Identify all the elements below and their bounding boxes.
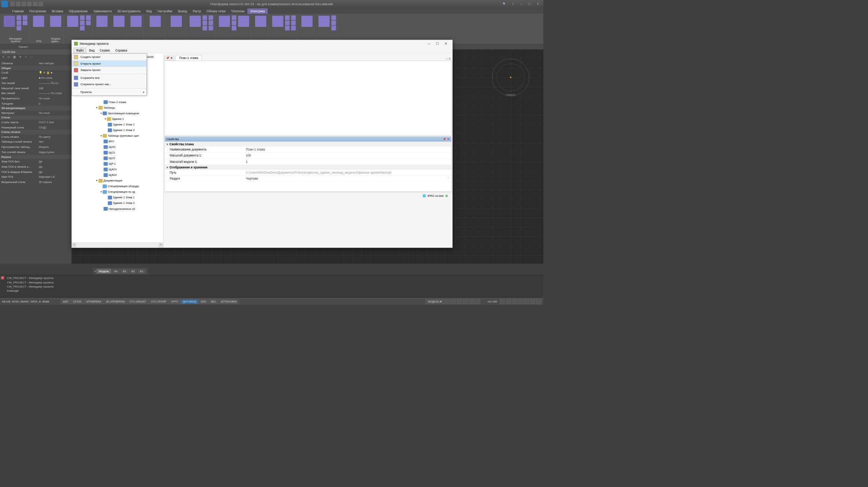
project-tree[interactable]: План 2 этажа ▾Таблицы ▾Экспликация помещ… — [72, 99, 163, 243]
sb-zoom-icon[interactable] — [506, 299, 511, 304]
sb-iso[interactable]: ИЗО — [199, 299, 208, 304]
sb-pan-icon[interactable] — [500, 299, 505, 304]
ribbon-sm-icon[interactable] — [208, 26, 213, 31]
ribbon-sm-icon[interactable] — [331, 15, 336, 20]
ribbon-sm-icon[interactable] — [16, 15, 21, 20]
tab-topo[interactable]: Топоплан — [228, 9, 247, 14]
menu-help[interactable]: Справка — [113, 48, 129, 53]
tree-item-b1e2[interactable]: Здание 1 Этаж 2 — [72, 127, 163, 133]
tab-home[interactable]: Главная — [9, 9, 27, 14]
sb-dyninput[interactable]: ДИН-ВВОД — [181, 299, 198, 304]
close-button[interactable]: ✕ — [534, 1, 542, 7]
ribbon-sm-icon[interactable] — [331, 21, 336, 25]
etm-icon[interactable] — [33, 16, 44, 27]
tree-item-sho1[interactable]: ЩО1 — [72, 150, 163, 155]
sb-gear-icon[interactable] — [536, 299, 541, 304]
maximize-button[interactable]: ☐ — [526, 1, 533, 7]
control-icon[interactable] — [171, 16, 182, 27]
scroll-right-icon[interactable]: › — [158, 243, 163, 248]
scroll-left-icon[interactable]: ‹ — [72, 243, 77, 248]
tree-item-bldg1[interactable]: ▾Здание 1 — [72, 116, 163, 122]
tab-next-icon[interactable]: › — [447, 57, 449, 61]
2d3d-icon[interactable] — [114, 16, 125, 27]
sb-model-toggle[interactable]: МОДЕЛЬ ⇄ — [426, 299, 444, 304]
tab-a3[interactable]: A3 — [120, 269, 128, 274]
tree-item-b1e1[interactable]: Здание 1 Этаж 1 — [72, 122, 163, 127]
cross-icon[interactable]: ✦ — [18, 55, 23, 60]
props-close-icon[interactable]: ✕ — [447, 137, 449, 141]
menu-service[interactable]: Сервис — [97, 48, 112, 53]
command-prompt[interactable]: Команда: — [7, 289, 541, 293]
tab-a2[interactable]: A2 — [129, 269, 137, 274]
tab-3d[interactable]: 3D-инструменты — [115, 9, 144, 14]
routing2-icon[interactable] — [219, 16, 230, 27]
ribbon-sm-icon[interactable] — [86, 21, 91, 25]
sb-clean-icon[interactable] — [530, 299, 535, 304]
tree-item-explication[interactable]: ▾Экспликация помещени — [72, 111, 163, 116]
layout-menu-icon[interactable]: ≡ — [94, 270, 96, 273]
sb-ortho[interactable]: ОРТО — [169, 299, 180, 304]
ribbon-sm-icon[interactable] — [80, 26, 85, 31]
cursor-icon[interactable]: ↖ — [1, 55, 6, 60]
tab-build[interactable]: Построение — [27, 9, 49, 14]
menu-save-all[interactable]: Сохранить все — [72, 75, 146, 81]
ribbon-sm-icon[interactable] — [86, 15, 91, 20]
menu-close-project[interactable]: Закрыть проект — [72, 67, 146, 74]
tab-raster[interactable]: Растр — [190, 9, 204, 14]
qat-save-icon[interactable] — [22, 1, 27, 6]
tree-item-plan2[interactable]: План 2 этажа — [72, 99, 163, 105]
dialog-close-button[interactable]: ✕ — [442, 40, 450, 47]
tree-item-unconnected[interactable]: Неподключенное об — [72, 206, 163, 212]
tree-item-spec-bldg[interactable]: ▾Спецификация по зд — [72, 189, 163, 195]
props-section-plan[interactable]: Свойства плана — [165, 142, 451, 146]
menu-view[interactable]: Вид — [87, 48, 97, 53]
calc-icon[interactable] — [255, 16, 266, 27]
props-section-storage[interactable]: Отображение и хранение — [165, 165, 451, 170]
sb-hatch[interactable]: ШТРИХОВКА — [219, 299, 239, 304]
props-pin-icon[interactable]: 📌 — [443, 137, 446, 141]
command-line[interactable]: ✕ CW_PROJECT - Менеджер проекта CW_PROJE… — [0, 275, 543, 298]
ribbon-sm-icon[interactable] — [208, 15, 213, 20]
sb-3dosnap[interactable]: 3D оПРИВЯЗКА — [104, 299, 127, 304]
sb-icon2[interactable] — [450, 299, 456, 304]
ribbon-sm-icon[interactable] — [202, 26, 207, 31]
ribbon-sm-icon[interactable] — [23, 21, 28, 25]
refresh-icon[interactable] — [130, 16, 142, 27]
ribbon-sm-icon[interactable] — [202, 21, 207, 25]
tab-format[interactable]: Оформление — [66, 9, 91, 14]
dots-icon[interactable]: ⋯ — [29, 55, 34, 60]
tab-view[interactable]: Вид — [143, 9, 155, 14]
tab-output[interactable]: Вывод — [175, 9, 190, 14]
section-dropdown[interactable]: Чертежи — [244, 177, 452, 180]
routing3-icon[interactable] — [238, 16, 249, 27]
doc-tab-plan1[interactable]: План 1 этажа — [176, 55, 202, 61]
sb-icon5[interactable] — [469, 299, 474, 304]
props-icon[interactable] — [301, 16, 313, 27]
sb-icon4[interactable] — [463, 299, 468, 304]
ribbon-sm-icon[interactable] — [285, 15, 290, 20]
select-icon[interactable]: ▭ — [7, 55, 12, 60]
ribbon-sm-icon[interactable] — [16, 26, 21, 31]
special-icon[interactable] — [272, 16, 283, 27]
sb-extents-icon[interactable] — [512, 299, 517, 304]
ribbon-sm-icon[interactable] — [291, 21, 296, 25]
tree-item-spec-equip[interactable]: Спецификация оборудо — [72, 183, 163, 189]
create-icon[interactable] — [67, 16, 78, 27]
tree-item-s-b1e2[interactable]: Здание 1 Этаж 2 — [72, 200, 163, 206]
model-icon[interactable] — [50, 16, 61, 27]
tree-item-shao2[interactable]: ЩАО2 — [72, 172, 163, 178]
ribbon-sm-icon[interactable] — [232, 15, 236, 20]
search-icon[interactable]: 🔍 — [500, 1, 508, 7]
base-icon[interactable] — [96, 16, 108, 27]
wizard-icon[interactable] — [318, 16, 329, 27]
tab-close-icon[interactable]: ✕ — [449, 57, 451, 61]
tab-settings[interactable]: Настройки — [155, 9, 175, 14]
menu-projects[interactable]: Проекты — [72, 89, 146, 96]
tab-electrical[interactable]: Электрика — [247, 9, 268, 14]
sb-grid[interactable]: СЕТКА — [71, 299, 84, 304]
qat-redo-icon[interactable] — [33, 1, 38, 6]
tab-model[interactable]: Модель — [97, 269, 111, 274]
ribbon-sm-icon[interactable] — [285, 26, 290, 31]
tree-hscroll[interactable]: ‹ › — [72, 242, 163, 248]
tree-item-shno[interactable]: ЩНО — [72, 144, 163, 150]
